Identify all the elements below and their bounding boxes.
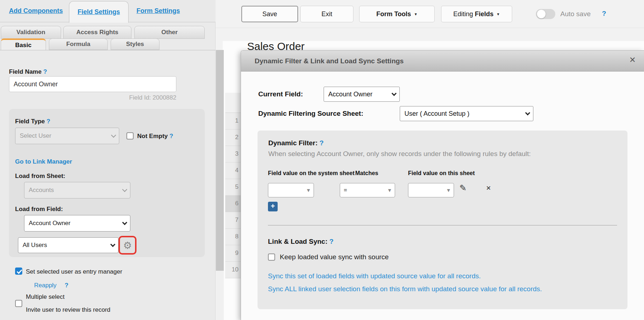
not-empty-help-icon[interactable]: ? <box>170 133 173 140</box>
entry-manager-checkbox[interactable] <box>15 268 22 275</box>
form-tools-label: Form Tools <box>376 10 411 18</box>
reapply-help-icon[interactable]: ? <box>65 282 68 289</box>
toggle-knob <box>537 10 546 18</box>
top-toolbar: Save Exit Form Tools▼ Editing Fields▼ Au… <box>216 0 644 28</box>
current-field-label: Current Field: <box>258 87 303 102</box>
keep-sync-label: Keep loaded value sync with source <box>280 253 389 261</box>
delete-rule-icon[interactable]: ✕ <box>486 185 491 191</box>
panel-scrollbar-track <box>216 50 224 320</box>
field-name-help-icon[interactable]: ? <box>43 68 47 75</box>
sheet-row-header[interactable]: 8 <box>225 229 241 245</box>
section-divider <box>268 225 617 225</box>
load-from-field-select[interactable]: Account Owner <box>24 215 130 232</box>
multiple-select-checkbox[interactable] <box>15 300 22 307</box>
column-header-matches: Matches <box>355 170 378 177</box>
link-load-sync-title: Link & Load Sync: ? <box>268 238 334 246</box>
pencil-icon[interactable]: ✎ <box>459 184 467 192</box>
editing-mode-button[interactable]: Editing Fields▼ <box>441 6 512 22</box>
load-from-sheet-label: Load from Sheet: <box>15 173 65 180</box>
dynamic-filter-title: Dynamic Filter: ? <box>268 139 324 147</box>
panel-scrollbar-thumb[interactable] <box>216 50 224 271</box>
tab-styles[interactable]: Styles <box>111 38 159 50</box>
field-id-text: Field Id: 2000882 <box>9 94 176 101</box>
sheet-row-header[interactable]: 10 <box>225 262 241 278</box>
go-to-link-manager-link[interactable]: Go to Link Manager <box>15 158 72 165</box>
sync-set-link[interactable]: Sync this set of loaded fields with upda… <box>268 272 481 280</box>
sheet-row-header[interactable]: 3 <box>225 146 241 163</box>
editing-prefix: Editing <box>453 10 473 18</box>
form-tools-button[interactable]: Form Tools▼ <box>359 6 435 22</box>
this-field-select[interactable]: ▼ <box>408 183 454 197</box>
auto-save-label: Auto save <box>560 10 591 18</box>
triangle-down-icon: ▼ <box>388 188 391 193</box>
user-scope-select[interactable]: All Users <box>18 237 119 253</box>
field-name-label: Field Name ? <box>9 68 47 76</box>
auto-save-help-icon[interactable]: ? <box>602 10 606 18</box>
field-name-input[interactable] <box>9 76 176 92</box>
system-field-select[interactable]: ▼ <box>268 183 314 197</box>
sheet-row-header[interactable]: 1 <box>225 113 241 129</box>
sync-all-link[interactable]: Sync ALL linked user selection fields on… <box>268 285 542 293</box>
not-empty-label: Not Empty ? <box>137 133 173 140</box>
sheet-row-header[interactable]: 5 <box>225 179 241 196</box>
dynamic-filter-help-icon[interactable]: ? <box>320 139 324 147</box>
add-rule-button[interactable]: + <box>268 202 278 211</box>
triangle-down-icon: ▼ <box>307 188 310 193</box>
auto-save-toggle[interactable] <box>536 9 555 19</box>
column-header-system-sheet: Field value on the system sheet <box>268 170 355 177</box>
chevron-down-icon <box>392 91 397 96</box>
tab-divider <box>0 50 216 50</box>
user-scope-settings-button[interactable]: ⚙ <box>119 236 136 255</box>
column-header-this-sheet: Field value on this sheet <box>408 170 475 177</box>
dynamic-filter-description: When selecting Account Owner, only show … <box>268 150 531 158</box>
tab-form-settings[interactable]: Form Settings <box>136 7 180 15</box>
not-empty-checkbox[interactable] <box>126 132 134 140</box>
app-window: Sales Order 12345678910 Save Exit Form T… <box>0 0 644 320</box>
sheet-row-header[interactable]: 6 <box>225 196 241 212</box>
tab-validation[interactable]: Validation <box>1 26 61 39</box>
field-type-help-icon[interactable]: ? <box>47 118 50 125</box>
reapply-link[interactable]: Reapply <box>34 282 56 289</box>
sheet-corner-cell <box>225 93 241 113</box>
save-button[interactable]: Save <box>241 6 298 22</box>
link-load-sync-help-icon[interactable]: ? <box>329 238 334 245</box>
modal-header[interactable]: Dynamic Filter & Link and Load Sync Sett… <box>241 51 644 72</box>
entry-manager-label: Set selected user as entry manager <box>26 268 122 275</box>
sheet-row-header[interactable]: 2 <box>225 129 241 146</box>
multiple-select-label: Multiple select <box>26 293 65 301</box>
load-from-sheet-select[interactable]: Accounts <box>24 182 130 198</box>
tab-access-rights[interactable]: Access Rights <box>63 26 131 39</box>
chevron-down-icon <box>111 133 116 138</box>
current-field-select[interactable]: Account Owner <box>324 87 400 102</box>
field-settings-panel: Add Components Field Settings Form Setti… <box>0 0 216 320</box>
exit-button[interactable]: Exit <box>300 6 353 22</box>
modal-title: Dynamic Filter & Link and Load Sync Sett… <box>255 51 404 72</box>
chevron-down-icon <box>122 220 127 225</box>
invite-review-label: Invite user to review this record <box>26 306 110 314</box>
caret-down-icon: ▼ <box>414 12 417 16</box>
tab-field-settings[interactable]: Field Settings <box>69 1 129 23</box>
close-icon[interactable]: ✕ <box>627 55 638 66</box>
triangle-down-icon: ▼ <box>447 188 450 193</box>
source-sheet-select[interactable]: User ( Account Setup ) <box>400 106 533 121</box>
keep-sync-checkbox[interactable] <box>268 253 275 261</box>
sheet-row-header[interactable]: 9 <box>225 245 241 262</box>
tab-formula[interactable]: Formula <box>49 38 108 50</box>
sheet-row-header[interactable]: 4 <box>225 163 241 179</box>
tab-add-components[interactable]: Add Components <box>9 7 63 15</box>
filter-settings-box: Dynamic Filter: ? When selecting Account… <box>258 131 627 309</box>
dynamic-filter-modal: Dynamic Filter & Link and Load Sync Sett… <box>241 50 644 320</box>
caret-down-icon: ▼ <box>496 12 500 16</box>
load-from-field-label: Load from Field: <box>15 206 63 213</box>
field-type-section: Field Type ? Select User Not Empty ? Go … <box>9 109 205 257</box>
sheet-row-header[interactable]: 7 <box>225 212 241 229</box>
field-type-select[interactable]: Select User <box>15 128 119 144</box>
gear-icon: ⚙ <box>123 241 132 250</box>
operator-select[interactable]: = ▼ <box>340 183 395 197</box>
chevron-down-icon <box>110 242 115 247</box>
source-sheet-label: Dynamic Filtering Source Sheet: <box>258 106 363 121</box>
chevron-down-icon <box>122 187 127 192</box>
chevron-down-icon <box>525 110 530 115</box>
tab-other[interactable]: Other <box>134 26 205 39</box>
tab-basic[interactable]: Basic <box>1 38 46 50</box>
